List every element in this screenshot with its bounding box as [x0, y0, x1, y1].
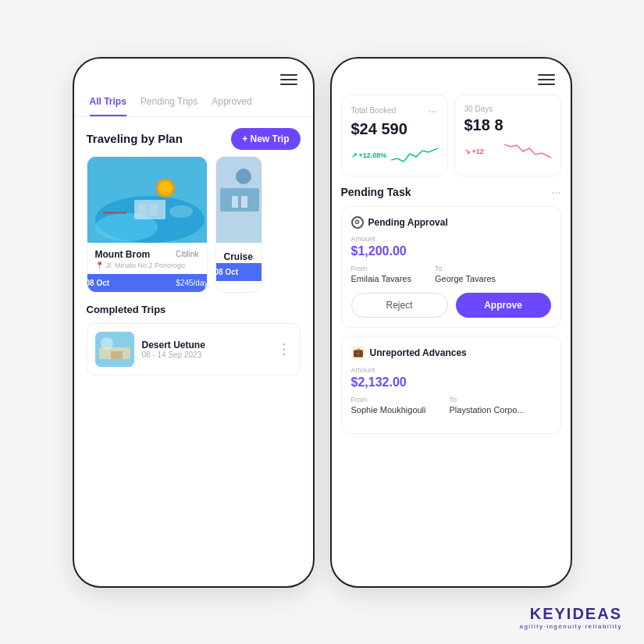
to-name-2: Playstation Corpo...	[450, 405, 525, 415]
stat-value-1: $24 590	[351, 120, 438, 138]
stat-card-total: Total Booked ··· $24 590 ↗ +12.08%	[341, 94, 448, 176]
pin-icon-1: 📍	[95, 262, 104, 269]
reject-button[interactable]: Reject	[351, 293, 448, 318]
task-from-block-2: From Sophie Moukhigouli	[351, 396, 426, 415]
trip-cards-scroll: Mount Brom Citilink 📍 Jl. Minato No.2 Po…	[74, 156, 313, 293]
trip-card-body-2: Cruise	[216, 243, 262, 263]
stat-change-1: ↗ +12.08%	[351, 151, 387, 159]
trip-card-footer-2: 08 Oct	[215, 263, 262, 281]
task-card-unreported: 💼 Unreported Advances Amount $2,132.00 F…	[341, 336, 561, 434]
trip-card-airline-1: Citilink	[176, 250, 198, 258]
tab-pending-trips[interactable]: Pending Trips	[141, 96, 197, 116]
task-amount-1: $1,200.00	[351, 244, 551, 258]
trip-card-2[interactable]: Cruise 08 Oct	[215, 156, 262, 293]
pending-header: Pending Task ···	[341, 186, 561, 198]
tab-all-trips[interactable]: All Trips	[90, 96, 126, 116]
trip-card-footer-1: 08 Oct $245/day	[87, 274, 208, 292]
completed-thumb-1	[95, 332, 134, 367]
approve-button[interactable]: Approve	[456, 293, 551, 318]
svg-point-17	[101, 337, 113, 350]
svg-point-12	[236, 169, 251, 184]
phone-2: Total Booked ··· $24 590 ↗ +12.08%	[330, 57, 572, 588]
svg-rect-14	[241, 196, 247, 208]
brand-name: KEYIDEAS	[519, 605, 622, 623]
to-label-2: To	[450, 396, 525, 404]
trip-card-name-1: Mount Brom	[95, 249, 151, 260]
from-name-1: Emilaia Tavares	[351, 274, 411, 283]
task-from-to-1: From Emilaia Tavares To George Tavares	[351, 265, 551, 283]
mini-chart-1	[391, 144, 438, 166]
completed-name-1: Desert Uetune	[142, 340, 269, 350]
trip-card-name-2: Cruise	[224, 251, 253, 262]
from-name-2: Sophie Moukhigouli	[351, 405, 426, 415]
phone1-header	[74, 59, 313, 85]
trip-card-img-1	[87, 157, 207, 243]
completed-section: Completed Trips Desert Uetune 08 - 14 Se…	[74, 293, 313, 382]
trip-card-1[interactable]: Mount Brom Citilink 📍 Jl. Minato No.2 Po…	[87, 156, 208, 293]
task-card-approval: ⊙ Pending Approval Amount $1,200.00 From…	[341, 206, 561, 328]
pending-title: Pending Task	[341, 186, 411, 198]
phone-1: All Trips Pending Trips Approved Traveli…	[73, 57, 315, 588]
svg-rect-8	[103, 212, 126, 214]
stat-change-2: ↘ +12	[464, 148, 484, 155]
completed-dates-1: 08 - 14 Sep 2023	[142, 350, 269, 359]
stat-label-2: 30 Days	[464, 105, 493, 113]
menu-icon[interactable]	[280, 74, 297, 85]
svg-rect-4	[138, 204, 146, 215]
task-amount-2: $2,132.00	[351, 375, 551, 390]
pending-section: Pending Task ··· ⊙ Pending Approval Amou…	[332, 176, 571, 442]
stat-card-header-1: Total Booked ···	[351, 105, 438, 117]
trip-card-date-1: 08 Oct	[87, 279, 110, 287]
completed-title: Completed Trips	[87, 304, 301, 315]
svg-point-7	[158, 181, 173, 195]
amount-label-2: Amount	[351, 366, 551, 374]
svg-rect-13	[232, 196, 238, 208]
brand-footer: KEYIDEAS agility·ingenuity·reliability	[519, 605, 622, 630]
trip-card-location-1: 📍 Jl. Minato No.2 Ponorogo	[95, 262, 199, 269]
stat-dots-1[interactable]: ···	[429, 105, 438, 117]
trip-card-body-1: Mount Brom Citilink 📍 Jl. Minato No.2 Po…	[87, 243, 207, 269]
task-from-to-2: From Sophie Moukhigouli To Playstation C…	[351, 396, 551, 415]
pending-dots[interactable]: ···	[552, 186, 561, 198]
from-label-1: From	[351, 265, 411, 272]
stat-footer-1: ↗ +12.08%	[351, 144, 438, 166]
stat-label-1: Total Booked	[351, 106, 397, 115]
section-header: Traveling by Plan + New Trip	[74, 117, 313, 156]
task-from-block-1: From Emilaia Tavares	[351, 265, 411, 283]
svg-rect-11	[220, 188, 259, 212]
task-actions-1: Reject Approve	[351, 293, 551, 318]
stat-card-30days: 30 Days $18 8 ↘ +12	[454, 94, 561, 176]
mini-chart-2	[504, 141, 551, 162]
menu-icon-2[interactable]	[538, 74, 555, 85]
trip-card-price-1: $245/day	[176, 279, 207, 287]
more-options-icon-1[interactable]: ⋮	[277, 340, 292, 358]
new-trip-button[interactable]: + New Trip	[231, 128, 300, 150]
from-label-2: From	[351, 396, 426, 404]
arrow-up-icon-1: ↗	[351, 151, 358, 159]
stats-row: Total Booked ··· $24 590 ↗ +12.08%	[332, 85, 571, 176]
brand-tagline: agility·ingenuity·reliability	[519, 623, 622, 630]
task-to-block-2: To Playstation Corpo...	[450, 396, 525, 415]
trip-card-img-2	[216, 157, 262, 243]
stat-footer-2: ↘ +12	[464, 141, 551, 162]
section-title: Traveling by Plan	[87, 132, 183, 145]
amount-label-1: Amount	[351, 235, 551, 243]
to-name-1: George Tavares	[435, 274, 496, 283]
phone2-header	[332, 59, 571, 85]
stat-card-header-2: 30 Days	[464, 105, 551, 113]
svg-rect-5	[150, 204, 158, 215]
to-label-1: To	[435, 265, 496, 272]
unreported-icon: 💼	[351, 346, 365, 360]
completed-card-1[interactable]: Desert Uetune 08 - 14 Sep 2023 ⋮	[87, 323, 301, 375]
completed-info-1: Desert Uetune 08 - 14 Sep 2023	[142, 340, 269, 359]
tab-approved[interactable]: Approved	[212, 96, 251, 116]
svg-rect-18	[111, 351, 123, 359]
trip-card-date-2: 08 Oct	[215, 268, 239, 276]
task-type-2: 💼 Unreported Advances	[351, 346, 551, 360]
arrow-down-icon-1: ↘	[464, 148, 471, 155]
svg-point-9	[169, 205, 193, 218]
clock-icon: ⊙	[351, 216, 364, 229]
task-type-1: ⊙ Pending Approval	[351, 216, 551, 229]
stat-value-2: $18 8	[464, 116, 551, 134]
task-to-block-1: To George Tavares	[435, 265, 496, 283]
